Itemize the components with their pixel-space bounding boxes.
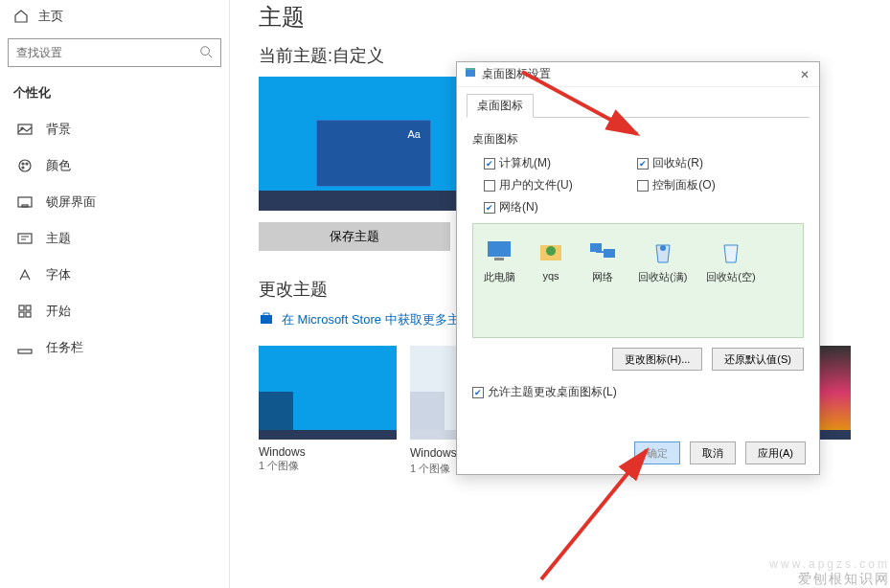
section-title: 个性化 — [0, 80, 229, 111]
dialog-titlebar: 桌面图标设置 ✕ — [457, 62, 819, 87]
sidebar-item-fonts[interactable]: 字体 — [0, 257, 229, 293]
icon-user[interactable]: yqs — [535, 237, 567, 282]
nav-label: 颜色 — [46, 157, 71, 174]
svg-rect-23 — [590, 243, 602, 252]
svg-rect-20 — [494, 258, 504, 260]
icon-recycle-empty[interactable]: 回收站(空) — [706, 237, 755, 284]
page-title: 主题 — [259, 2, 880, 33]
nav-label: 主题 — [46, 230, 71, 247]
check-controlpanel[interactable]: 控制面板(O) — [637, 177, 790, 193]
nav-label: 任务栏 — [46, 339, 83, 356]
check-computer[interactable]: ✔计算机(M) — [484, 155, 637, 171]
aa-sample: Aa — [408, 128, 421, 140]
dialog-icon — [465, 67, 476, 81]
check-userfiles[interactable]: 用户的文件(U) — [484, 177, 637, 193]
svg-point-6 — [26, 163, 28, 165]
store-icon — [259, 310, 274, 328]
taskbar-icon — [17, 340, 33, 355]
checkbox-grid: ✔计算机(M) ✔回收站(R) 用户的文件(U) 控制面板(O) ✔网络(N) — [472, 155, 804, 215]
sidebar-item-themes[interactable]: 主题 — [0, 220, 229, 257]
svg-rect-12 — [26, 305, 31, 310]
svg-point-5 — [22, 163, 24, 165]
sidebar-item-start[interactable]: 开始 — [0, 293, 229, 329]
card-sub: 1 个图像 — [259, 459, 397, 473]
icon-recycle-full[interactable]: 回收站(满) — [638, 237, 687, 284]
brush-icon — [17, 231, 33, 246]
sidebar-item-taskbar[interactable]: 任务栏 — [0, 329, 229, 366]
sidebar-item-colors[interactable]: 颜色 — [0, 147, 229, 184]
ok-button[interactable]: 确定 — [634, 441, 680, 464]
icon-this-pc[interactable]: 此电脑 — [483, 237, 515, 284]
desktop-icon-settings-dialog: 桌面图标设置 ✕ 桌面图标 桌面图标 ✔计算机(M) ✔回收站(R) 用户的文件… — [456, 61, 820, 475]
svg-point-26 — [660, 245, 666, 251]
svg-rect-14 — [26, 312, 31, 317]
nav-label: 开始 — [46, 303, 71, 320]
search-input[interactable]: 查找设置 — [8, 38, 221, 67]
home-label: 主页 — [38, 8, 63, 25]
theme-card-windows[interactable]: Windows 1 个图像 — [259, 346, 397, 476]
svg-rect-13 — [19, 312, 24, 317]
check-recycle[interactable]: ✔回收站(R) — [637, 155, 790, 171]
save-theme-button[interactable]: 保存主题 — [259, 222, 450, 251]
svg-rect-17 — [466, 70, 475, 77]
svg-rect-18 — [466, 68, 475, 70]
tab-desktop-icons[interactable]: 桌面图标 — [467, 94, 534, 118]
cancel-button[interactable]: 取消 — [690, 441, 736, 464]
theme-preview: Aa — [259, 77, 460, 211]
svg-point-4 — [19, 160, 31, 171]
picture-icon — [17, 122, 33, 137]
nav-label: 字体 — [46, 266, 71, 283]
svg-point-0 — [201, 46, 210, 55]
svg-rect-10 — [18, 234, 32, 243]
nav-label: 背景 — [46, 121, 71, 138]
svg-point-7 — [22, 167, 24, 169]
icon-network[interactable]: 网络 — [586, 237, 619, 284]
lock-icon — [17, 194, 33, 210]
svg-rect-15 — [18, 350, 32, 353]
watermark: www.apgzs.com 爱刨根知识网 — [769, 557, 890, 588]
svg-rect-11 — [19, 305, 24, 310]
dialog-title: 桌面图标设置 — [482, 66, 551, 82]
close-icon[interactable]: ✕ — [798, 68, 811, 81]
grid-icon — [17, 304, 33, 319]
change-icon-button[interactable]: 更改图标(H)... — [612, 348, 702, 371]
svg-rect-9 — [22, 205, 28, 207]
allow-themes-checkbox[interactable]: ✔允许主题更改桌面图标(L) — [472, 384, 804, 400]
search-icon — [199, 45, 213, 61]
svg-rect-16 — [261, 315, 272, 324]
restore-defaults-button[interactable]: 还原默认值(S) — [712, 348, 804, 371]
card-title: Windows — [259, 445, 397, 459]
home-link[interactable]: 主页 — [0, 0, 229, 33]
svg-point-22 — [546, 246, 556, 256]
sidebar-item-lockscreen[interactable]: 锁屏界面 — [0, 184, 229, 220]
font-icon — [17, 267, 33, 283]
svg-line-1 — [209, 54, 213, 57]
check-network[interactable]: ✔网络(N) — [484, 199, 637, 215]
group-label: 桌面图标 — [472, 131, 804, 147]
search-placeholder: 查找设置 — [16, 45, 62, 61]
store-link-text: 在 Microsoft Store 中获取更多主题 — [282, 311, 472, 328]
apply-button[interactable]: 应用(A) — [745, 441, 806, 464]
icon-preview-panel: 此电脑 yqs 网络 回收站(满) 回收站(空) — [472, 223, 804, 338]
nav-label: 锁屏界面 — [46, 193, 96, 211]
home-icon — [13, 9, 29, 24]
settings-sidebar: 主页 查找设置 个性化 背景 颜色 锁屏界面 主题 字体 开始 任务栏 — [0, 0, 230, 588]
palette-icon — [17, 158, 33, 173]
sidebar-item-background[interactable]: 背景 — [0, 111, 229, 147]
svg-rect-24 — [604, 249, 615, 258]
svg-rect-19 — [488, 241, 511, 257]
dialog-tabs: 桌面图标 — [457, 87, 819, 117]
